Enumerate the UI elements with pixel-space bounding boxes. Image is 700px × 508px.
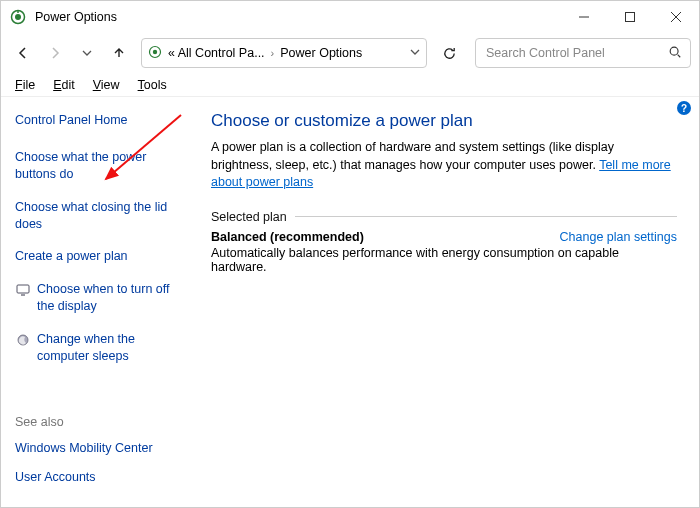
search-input[interactable] [484,45,668,61]
close-button[interactable] [653,1,699,33]
svg-point-1 [15,14,21,20]
page-description: A power plan is a collection of hardware… [211,139,677,192]
svg-point-8 [670,47,678,55]
breadcrumb-item-power-options[interactable]: Power Options [280,46,362,60]
minimize-button[interactable] [561,1,607,33]
svg-rect-3 [626,13,635,22]
back-button[interactable] [9,39,37,67]
see-also-user-accounts[interactable]: User Accounts [15,466,189,489]
search-box[interactable] [475,38,691,68]
address-dropdown-button[interactable] [410,46,420,60]
up-button[interactable] [105,39,133,67]
see-also-mobility-center[interactable]: Windows Mobility Center [15,437,189,460]
sidebar-item-label: Change when the computer sleeps [37,331,189,365]
menu-edit[interactable]: Edit [45,76,83,94]
breadcrumb-item-all-control-panel[interactable]: « All Control Pa... [168,46,265,60]
recent-locations-button[interactable] [73,39,101,67]
sidebar-link-closing-lid[interactable]: Choose what closing the lid does [15,196,189,236]
svg-point-7 [153,49,157,53]
sidebar-link-home[interactable]: Control Panel Home [15,109,189,132]
sidebar-link-turn-off-display[interactable]: Choose when to turn off the display [15,278,189,318]
plan-description: Automatically balances performance with … [211,246,677,274]
svg-line-9 [678,54,681,57]
section-selected-plan: Selected plan [211,210,287,224]
display-icon [15,282,31,298]
page-title: Choose or customize a power plan [211,111,677,131]
menu-view[interactable]: View [85,76,128,94]
search-icon[interactable] [668,45,682,62]
window-title: Power Options [35,10,117,24]
see-also-heading: See also [15,415,189,429]
forward-button[interactable] [41,39,69,67]
divider [295,216,677,217]
change-plan-settings-link[interactable]: Change plan settings [560,230,677,244]
breadcrumb-separator-icon: › [271,47,275,59]
plan-name-balanced: Balanced (recommended) [211,230,364,244]
menu-tools[interactable]: Tools [130,76,175,94]
maximize-button[interactable] [607,1,653,33]
refresh-button[interactable] [435,39,463,67]
svg-rect-10 [17,285,29,293]
sidebar-item-label: Choose when to turn off the display [37,281,189,315]
sleep-icon [15,332,31,348]
sidebar-link-sleep[interactable]: Change when the computer sleeps [15,328,189,368]
sidebar-link-create-plan[interactable]: Create a power plan [15,245,189,268]
sidebar-link-power-buttons[interactable]: Choose what the power buttons do [15,146,189,186]
power-options-icon [9,8,27,26]
address-bar[interactable]: « All Control Pa... › Power Options [141,38,427,68]
menu-file[interactable]: File [7,76,43,94]
control-panel-mini-icon [148,45,162,62]
